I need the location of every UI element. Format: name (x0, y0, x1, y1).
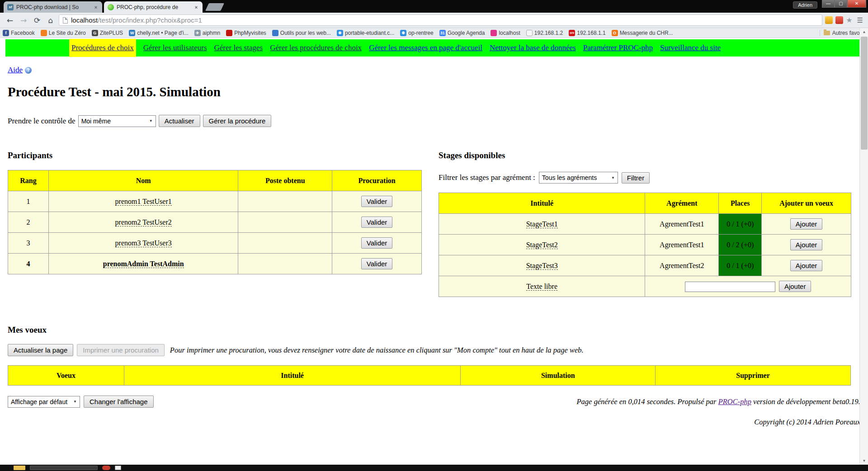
participant-name-link[interactable]: prenom2 TestUser2 (115, 218, 172, 226)
participant-name-link[interactable]: prenomAdmin TestAdmin (103, 260, 184, 268)
ajouter-button[interactable]: Ajouter (790, 218, 823, 230)
bookmark-item[interactable]: PhpMyvisites (226, 30, 266, 36)
browser-tab-inactive[interactable]: sf PROC-php download | So × (4, 1, 102, 13)
participant-post (238, 254, 332, 274)
ajouter-button[interactable]: Ajouter (790, 260, 823, 271)
participant-action-cell: Valider (332, 212, 422, 233)
nav-item[interactable]: Surveillance du site (660, 43, 721, 52)
nav-item[interactable]: Paramétrer PROC-php (583, 43, 653, 52)
stage-title-cell: StageTest3 (439, 255, 645, 276)
chevron-down-icon: ▼ (149, 119, 153, 123)
change-display-button[interactable]: Changer l'affichage (84, 396, 154, 408)
chevron-down-icon: ▼ (73, 400, 77, 404)
bookmark-label: Facebook (11, 30, 35, 36)
bookmark-label: op-rentree (408, 30, 433, 36)
reload-icon[interactable]: ⟳ (32, 15, 42, 26)
participant-rank: 4 (8, 254, 49, 274)
bookmark-item[interactable]: OMessagerie du CHR... (612, 30, 673, 36)
bookmark-label: Outils pour les web... (280, 30, 331, 36)
scroll-up-icon[interactable]: ▲ (860, 28, 868, 36)
site-nav-bar: Procédures de choixGérer les utilisateur… (5, 39, 868, 57)
ajouter-button[interactable]: Ajouter (790, 239, 823, 250)
tab-close-icon[interactable]: × (193, 5, 199, 10)
bookmark-item[interactable]: Outils pour les web... (272, 30, 331, 36)
refresh-page-button[interactable]: Actualiser la page (8, 344, 73, 356)
other-bookmarks-button[interactable]: Autres favoris (820, 30, 865, 36)
nav-item[interactable]: Nettoyer la base de données (490, 43, 576, 52)
generation-suffix: version de développement beta0.19. (751, 397, 860, 406)
back-icon[interactable]: ← (5, 15, 15, 26)
tab-close-icon[interactable]: × (93, 5, 99, 10)
sourceforge-icon: sf (7, 4, 14, 10)
display-mode-select[interactable]: Affichage par défaut ▼ (8, 396, 80, 408)
free-text-link[interactable]: Texte libre (526, 283, 557, 291)
vertical-scrollbar[interactable]: ▲ ▼ (859, 28, 868, 465)
take-control-select[interactable]: Moi même ▼ (78, 115, 156, 127)
window-minimize-button[interactable]: — (822, 0, 835, 8)
column-header: Ajouter un voeux (762, 193, 851, 214)
new-tab-button[interactable] (205, 3, 224, 11)
nav-item[interactable]: Gérer les messages en page d'accueil (369, 43, 482, 52)
window-maximize-button[interactable]: ▢ (835, 0, 847, 8)
window-close-button[interactable]: ✕ (847, 0, 866, 8)
nav-item[interactable]: Gérer les stages (214, 43, 263, 52)
bookmark-favicon-icon: G (92, 30, 98, 36)
stage-title-cell: StageTest2 (439, 235, 645, 255)
browser-menu-icon[interactable]: ☰ (857, 16, 863, 24)
proc-php-link[interactable]: PROC-php (718, 397, 751, 406)
stage-places: 0 / 1 (+0) (719, 214, 762, 235)
home-icon[interactable]: ⌂ (45, 15, 56, 26)
bookmark-item[interactable]: Wchelly.net • Page d'i... (129, 30, 189, 36)
taskbar-app-icon[interactable] (102, 466, 110, 470)
stage-title-cell: StageTest1 (439, 214, 645, 235)
valider-button[interactable]: Valider (361, 196, 393, 207)
participant-name-link[interactable]: prenom1 TestUser1 (115, 198, 172, 206)
manage-procedure-button[interactable]: Gérer la procédure (203, 115, 272, 127)
bookmark-item[interactable]: 192.168.1.2 (526, 30, 563, 36)
page-title: Procédure Test - mai 2015. Simulation (8, 85, 860, 99)
extension-icon[interactable] (825, 16, 833, 24)
bookmark-item[interactable]: 31Google Agenda (439, 30, 485, 36)
valider-button[interactable]: Valider (361, 217, 393, 228)
stage-agrement: AgrementTest1 (645, 214, 719, 235)
bookmark-label: Le Site du Zéro (49, 30, 86, 36)
agrement-filter-select[interactable]: Tous les agréments ▼ (539, 172, 618, 184)
refresh-button[interactable]: Actualiser (159, 115, 200, 127)
bookmark-item[interactable]: localhost (491, 30, 520, 36)
valider-button[interactable]: Valider (361, 237, 393, 249)
participant-name-link[interactable]: prenom3 TestUser3 (115, 239, 172, 247)
profile-badge[interactable]: Adrien (793, 1, 817, 9)
bookmark-item[interactable]: ❉op-rentree (400, 30, 433, 36)
scroll-down-icon[interactable]: ▼ (860, 457, 868, 465)
browser-tab-active[interactable]: PROC-php, procédure de × (104, 1, 203, 13)
nav-item[interactable]: Gérer les utilisateurs (143, 43, 207, 52)
scrollbar-thumb[interactable] (861, 37, 868, 150)
extension-icon[interactable] (835, 16, 843, 24)
free-text-label-cell: Texte libre (439, 276, 645, 297)
taskbar-folder-icon[interactable] (14, 466, 25, 470)
bookmark-item[interactable]: SFR192.168.1.1 (569, 30, 605, 36)
nav-item[interactable]: Procédures de choix (69, 39, 136, 57)
bookmark-item[interactable]: ❉portable-etudiant.c... (337, 30, 394, 36)
bookmark-item[interactable]: GZitePLUS (92, 30, 123, 36)
stage-action-cell: Ajouter (762, 255, 851, 276)
help-globe-icon: ? (25, 67, 32, 74)
procuration-note: Pour imprimer une procuration, vous deve… (170, 346, 584, 355)
free-text-input[interactable] (685, 282, 775, 292)
bookmark-item[interactable]: fFacebook (3, 30, 35, 36)
stage-title-link[interactable]: StageTest1 (526, 220, 558, 228)
nav-item[interactable]: Gérer les procédures de choix (270, 43, 362, 52)
stage-title-link[interactable]: StageTest2 (526, 241, 558, 249)
bookmark-item[interactable]: Le Site du Zéro (41, 30, 86, 36)
bookmark-item[interactable]: ✈aiphmn (194, 30, 220, 36)
taskbar-window-icon[interactable] (30, 466, 98, 470)
ajouter-button[interactable]: Ajouter (779, 281, 811, 292)
stage-title-link[interactable]: StageTest3 (526, 262, 558, 270)
forward-icon[interactable]: → (18, 15, 29, 26)
bookmark-star-icon[interactable]: ★ (846, 17, 852, 24)
valider-button[interactable]: Valider (361, 258, 393, 269)
taskbar-app-icon[interactable] (115, 466, 121, 470)
address-bar[interactable]: localhost/test/proc/index.php?choix&proc… (59, 14, 822, 26)
filter-button[interactable]: Filtrer (622, 172, 650, 184)
help-link[interactable]: Aide (8, 66, 23, 75)
